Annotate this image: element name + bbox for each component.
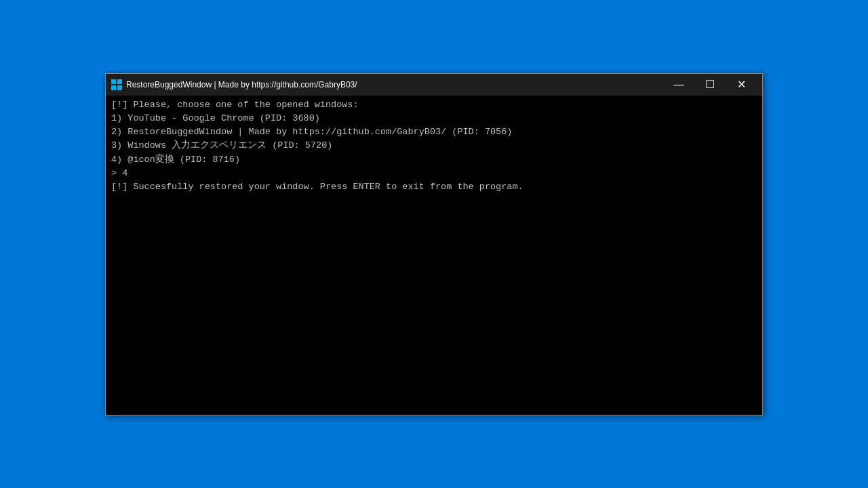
minimize-button[interactable]: —: [663, 74, 694, 96]
svg-rect-0: [111, 79, 116, 84]
console-body: [!] Please, choose one of the opened win…: [106, 96, 762, 415]
maximize-button[interactable]: ☐: [694, 74, 726, 96]
close-button[interactable]: ✕: [726, 74, 757, 96]
console-output: [!] Please, choose one of the opened win…: [111, 98, 757, 195]
console-window: RestoreBuggedWindow | Made by https://gi…: [105, 73, 763, 415]
title-bar: RestoreBuggedWindow | Made by https://gi…: [106, 74, 762, 96]
svg-rect-3: [117, 85, 122, 90]
svg-rect-1: [117, 79, 122, 84]
title-bar-left: RestoreBuggedWindow | Made by https://gi…: [111, 79, 357, 90]
window-title: RestoreBuggedWindow | Made by https://gi…: [126, 80, 357, 89]
window-controls: — ☐ ✕: [663, 74, 757, 96]
svg-rect-2: [111, 85, 116, 90]
windows-logo-icon: [111, 79, 122, 90]
